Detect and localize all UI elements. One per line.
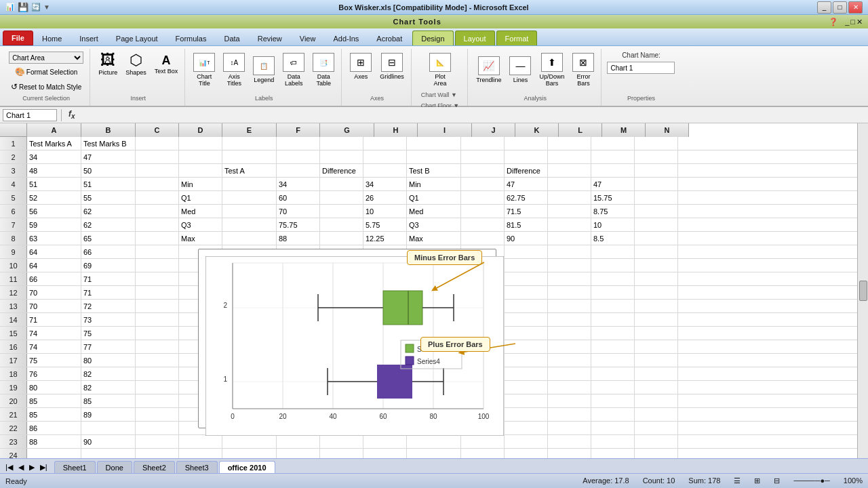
formula-input[interactable]: [81, 109, 865, 121]
cell[interactable]: [505, 394, 548, 407]
cell[interactable]: Test Marks B: [81, 137, 136, 150]
cell[interactable]: [591, 259, 635, 272]
cell[interactable]: [505, 354, 548, 367]
cell[interactable]: [277, 164, 320, 177]
cell[interactable]: 70: [27, 300, 81, 312]
cell[interactable]: [635, 259, 678, 272]
shapes-button[interactable]: ⬡ Shapes: [123, 52, 149, 77]
chart-wall-button[interactable]: Chart Wall ▼: [417, 89, 463, 100]
cell[interactable]: 85: [27, 408, 81, 421]
cell[interactable]: [635, 150, 678, 163]
restore-button[interactable]: □: [833, 1, 847, 14]
cell[interactable]: 82: [81, 367, 136, 380]
cell[interactable]: [548, 313, 591, 326]
cell[interactable]: [505, 259, 548, 272]
cell[interactable]: [136, 313, 179, 326]
cell[interactable]: 26: [363, 191, 407, 204]
cell[interactable]: [635, 327, 678, 340]
cell[interactable]: [136, 327, 179, 340]
cell[interactable]: 10: [363, 205, 407, 218]
cell[interactable]: 48: [27, 164, 81, 177]
tab-format[interactable]: Format: [496, 30, 538, 45]
cell[interactable]: 80: [81, 354, 136, 367]
cell[interactable]: [136, 232, 179, 245]
cell[interactable]: [635, 191, 678, 204]
cell[interactable]: [635, 422, 678, 434]
cell[interactable]: 8.75: [591, 205, 635, 218]
cell[interactable]: [548, 367, 591, 380]
cell[interactable]: 71.5: [505, 205, 548, 218]
cell[interactable]: [136, 340, 179, 353]
cell[interactable]: [505, 435, 548, 448]
chart-area-select[interactable]: Chart Area: [9, 52, 83, 64]
cell[interactable]: [136, 205, 179, 218]
cell[interactable]: [635, 394, 678, 407]
cell[interactable]: [505, 313, 548, 326]
cell[interactable]: 34: [363, 178, 407, 190]
cell[interactable]: [591, 449, 635, 458]
cell[interactable]: 75: [27, 354, 81, 367]
up-down-bars-button[interactable]: ⬆ Up/DownBars: [536, 52, 567, 88]
trendline-button[interactable]: 📈 Trendline: [473, 55, 504, 85]
cell[interactable]: 34: [27, 150, 81, 163]
cell[interactable]: Test A: [222, 164, 277, 177]
cell[interactable]: [548, 354, 591, 367]
cell[interactable]: 64: [27, 259, 81, 272]
sheet-tab-office2010[interactable]: office 2010: [219, 461, 275, 473]
cell[interactable]: [363, 164, 407, 177]
cell[interactable]: [363, 435, 407, 448]
cell[interactable]: [407, 150, 461, 163]
cell[interactable]: [277, 137, 320, 150]
cell[interactable]: [505, 381, 548, 394]
name-box[interactable]: [3, 109, 57, 121]
cell[interactable]: 47: [505, 178, 548, 190]
cell[interactable]: 72: [81, 300, 136, 312]
cell[interactable]: [505, 286, 548, 299]
axes-button[interactable]: ⊞ Axes: [347, 52, 374, 81]
cell[interactable]: [136, 178, 179, 190]
cell[interactable]: 12.25: [363, 232, 407, 245]
cell[interactable]: Test B: [407, 164, 461, 177]
cell[interactable]: [136, 286, 179, 299]
cell[interactable]: [635, 354, 678, 367]
cell[interactable]: 75.75: [277, 218, 320, 231]
cell[interactable]: [136, 272, 179, 285]
cell[interactable]: 90: [81, 435, 136, 448]
cell[interactable]: [136, 408, 179, 421]
cell[interactable]: [320, 178, 363, 190]
cell[interactable]: [407, 449, 461, 458]
cell[interactable]: [591, 300, 635, 312]
cell[interactable]: [548, 218, 591, 231]
tab-add-ins[interactable]: Add-Ins: [324, 30, 368, 45]
cell[interactable]: [461, 435, 505, 448]
cell[interactable]: [635, 164, 678, 177]
vertical-scrollbar[interactable]: [857, 123, 868, 458]
cell[interactable]: [548, 435, 591, 448]
cell[interactable]: 62: [81, 218, 136, 231]
cell[interactable]: 10: [591, 218, 635, 231]
cell[interactable]: 66: [27, 272, 81, 285]
cell[interactable]: 64: [27, 245, 81, 258]
cell[interactable]: [505, 408, 548, 421]
cell[interactable]: Max: [407, 232, 461, 245]
cell[interactable]: 59: [27, 218, 81, 231]
cell[interactable]: 50: [81, 164, 136, 177]
cell[interactable]: [222, 178, 277, 190]
cell[interactable]: [548, 408, 591, 421]
cell[interactable]: [136, 191, 179, 204]
cell[interactable]: [591, 327, 635, 340]
cell[interactable]: Min: [179, 178, 222, 190]
cell[interactable]: [591, 137, 635, 150]
axis-titles-button[interactable]: ↕A AxisTitles: [220, 52, 248, 88]
cell[interactable]: Test Marks A: [27, 137, 81, 150]
cell[interactable]: [363, 137, 407, 150]
cell[interactable]: 34: [277, 178, 320, 190]
cell[interactable]: [136, 422, 179, 434]
cell[interactable]: [461, 137, 505, 150]
cell[interactable]: 66: [81, 245, 136, 258]
scrollbar-thumb[interactable]: [859, 281, 867, 301]
cell[interactable]: Q1: [407, 191, 461, 204]
cell[interactable]: [461, 205, 505, 218]
cell[interactable]: 73: [81, 313, 136, 326]
cell[interactable]: [591, 394, 635, 407]
